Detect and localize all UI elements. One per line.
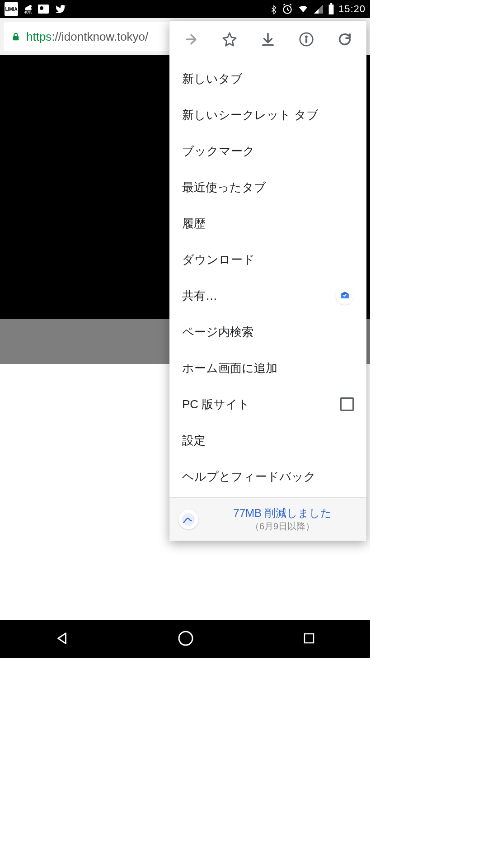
reload-icon [337,32,352,47]
recents-square-icon [302,632,316,645]
home-circle-icon [178,630,194,646]
reload-button[interactable] [330,25,359,54]
menu-item-add-to-homescreen[interactable]: ホーム画面に追加 [169,350,366,386]
menu-item-share[interactable]: 共有… [169,278,366,314]
limia-app-icon: LIMIA [5,2,18,16]
url-text: https://idontknow.tokyo/ [26,30,148,44]
menu-item-label: ダウンロード [182,252,255,268]
svg-rect-4 [13,36,19,40]
menu-item-desktop-site[interactable]: PC 版サイト [169,386,366,422]
menu-item-find-in-page[interactable]: ページ内検索 [169,314,366,350]
star-icon [222,32,237,47]
menu-toolbar [169,21,366,58]
nav-recents-button[interactable] [302,632,316,647]
menu-item-new-tab[interactable]: 新しいタブ [169,61,366,97]
nav-home-button[interactable] [178,630,194,648]
menu-item-label: 共有… [182,288,217,304]
battery-icon [328,3,335,15]
menu-item-settings[interactable]: 設定 [169,422,366,458]
menu-item-label: 最近使ったタブ [182,179,266,195]
menu-item-label: PC 版サイト [182,396,250,412]
status-left: LIMIA 40% [5,2,67,16]
data-saver-title: 77MB 削減しました [233,506,331,520]
svg-point-0 [29,5,32,8]
svg-rect-3 [330,3,332,5]
data-saver-icon [178,509,198,529]
menu-item-label: ホーム画面に追加 [182,360,277,376]
menu-item-label: ヘルプとフィードバック [182,469,316,485]
svg-point-6 [305,36,307,38]
menu-list: 新しいタブ 新しいシークレット タブ ブックマーク 最近使ったタブ 履歴 ダウン… [169,58,366,497]
data-saver-text: 77MB 削減しました （6月9日以降） [207,506,357,533]
menu-item-history[interactable]: 履歴 [169,205,366,241]
svg-rect-10 [305,634,314,643]
browser-menu-panel: 新しいタブ 新しいシークレット タブ ブックマーク 最近使ったタブ 履歴 ダウン… [169,21,366,541]
photos-app-icon [38,5,49,14]
svg-point-9 [179,632,192,645]
menu-item-label: 新しいタブ [182,71,243,87]
menu-item-label: ページ内検索 [182,324,253,340]
menu-item-label: 履歴 [182,216,206,231]
download-button[interactable] [253,25,282,54]
alarm-icon [282,3,293,15]
menu-item-recent-tabs[interactable]: 最近使ったタブ [169,169,366,205]
desktop-site-checkbox[interactable] [340,397,354,411]
url-scheme: https [26,30,52,43]
status-right: 15:20 [270,3,366,15]
wifi-icon [297,4,310,14]
nav-back-button[interactable] [54,631,70,648]
twitter-app-icon [54,4,67,14]
menu-footer-data-saver[interactable]: 77MB 削減しました （6月9日以降） [169,497,366,541]
status-bar: LIMIA 40% 15:20 [0,0,370,18]
svg-point-8 [182,513,195,526]
weather-icon: 40% [23,4,33,14]
menu-item-label: 新しいシークレット タブ [182,107,319,123]
bookmark-button[interactable] [215,25,244,54]
data-saver-sub: （6月9日以降） [250,520,314,533]
menu-item-help-feedback[interactable]: ヘルプとフィードバック [169,458,366,495]
info-button[interactable] [292,25,321,54]
url-rest: ://idontknow.tokyo/ [52,30,148,43]
menu-item-downloads[interactable]: ダウンロード [169,241,366,278]
cell-signal-icon [313,4,324,14]
arrow-forward-icon [183,32,199,47]
menu-item-label: 設定 [182,433,206,448]
clock-label: 15:20 [338,3,366,15]
info-icon [299,32,314,47]
lock-icon [11,31,21,42]
forward-button[interactable] [177,25,206,54]
weather-percent-label: 40% [24,10,32,14]
menu-item-new-incognito-tab[interactable]: 新しいシークレット タブ [169,97,366,133]
back-triangle-icon [54,631,70,646]
svg-rect-2 [329,5,334,14]
inbox-share-icon [336,287,354,305]
menu-item-label: ブックマーク [182,143,255,159]
bluetooth-icon [270,3,278,15]
menu-item-bookmarks[interactable]: ブックマーク [169,133,366,169]
svg-rect-7 [305,39,307,43]
android-nav-bar [0,620,370,658]
download-icon [260,32,276,47]
